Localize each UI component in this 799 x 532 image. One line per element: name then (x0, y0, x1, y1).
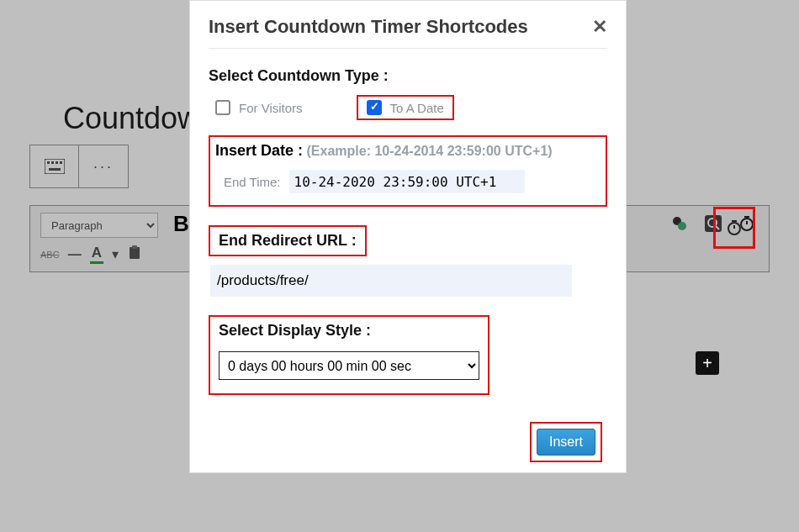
redirect-url-input[interactable] (210, 265, 572, 297)
option-to-a-date-label: To A Date (390, 101, 444, 115)
modal-title: Insert Countdown Timer Shortcodes (209, 16, 528, 38)
insert-date-section: Insert Date : (Example: 10-24-2014 23:59… (209, 135, 607, 207)
display-style-select[interactable]: 0 days 00 hours 00 min 00 sec (219, 351, 479, 380)
option-for-visitors-label: For Visitors (239, 101, 303, 115)
timer-icon-highlight (713, 207, 755, 249)
add-block-button[interactable]: + (696, 351, 719, 375)
end-time-label: End Time: (224, 175, 281, 189)
end-time-input[interactable] (289, 170, 525, 193)
shortcode-modal: Insert Countdown Timer Shortcodes ✕ Sele… (189, 0, 627, 473)
countdown-type-label: Select Countdown Type : (209, 67, 607, 85)
insert-button[interactable]: Insert (537, 429, 595, 456)
insert-date-example: (Example: 10-24-2014 23:59:00 UTC+1) (306, 144, 552, 158)
insert-date-label: Insert Date : (215, 142, 303, 159)
insert-button-highlight: Insert (530, 422, 602, 462)
countdown-type-section: Select Countdown Type : For Visitors To … (209, 67, 607, 120)
checkbox-unchecked-icon[interactable] (215, 100, 230, 115)
display-style-label: Select Display Style : (219, 322, 479, 340)
checkbox-checked-icon[interactable] (367, 100, 382, 115)
option-for-visitors[interactable]: For Visitors (209, 98, 310, 117)
option-to-a-date[interactable]: To A Date (357, 95, 454, 120)
close-icon[interactable]: ✕ (592, 16, 607, 38)
redirect-label: End Redirect URL : (219, 232, 357, 249)
modal-header: Insert Countdown Timer Shortcodes ✕ (209, 16, 607, 49)
display-style-section: Select Display Style : 0 days 00 hours 0… (209, 315, 607, 395)
redirect-section: End Redirect URL : (209, 225, 607, 297)
